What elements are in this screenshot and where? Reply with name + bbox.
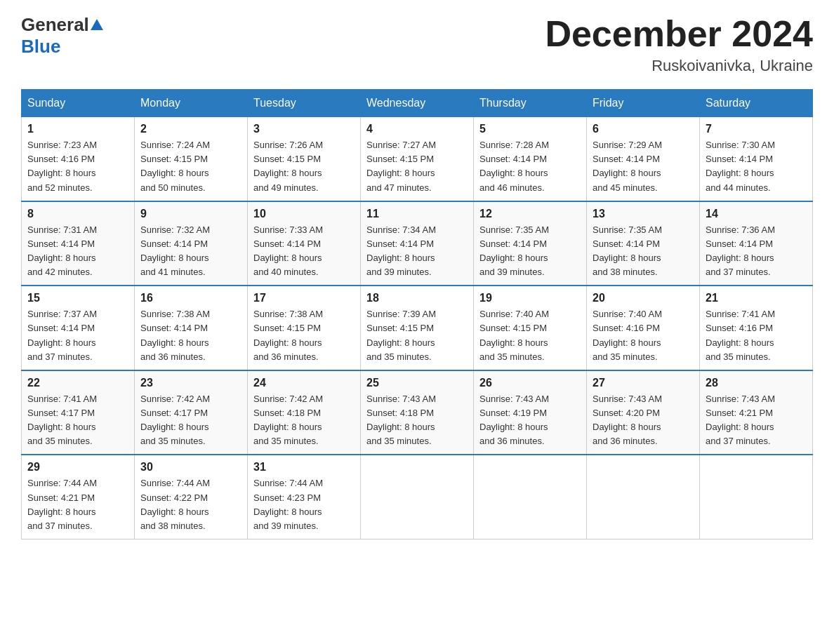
day-number: 8 xyxy=(27,208,128,220)
calendar-cell: 6 Sunrise: 7:29 AM Sunset: 4:14 PM Dayli… xyxy=(587,117,700,201)
calendar-cell: 12 Sunrise: 7:35 AM Sunset: 4:14 PM Dayl… xyxy=(474,201,587,286)
day-number: 18 xyxy=(366,292,468,304)
logo-blue-text: Blue xyxy=(21,36,103,58)
day-info: Sunrise: 7:24 AM Sunset: 4:15 PM Dayligh… xyxy=(140,138,241,195)
day-info: Sunrise: 7:36 AM Sunset: 4:14 PM Dayligh… xyxy=(706,223,807,280)
calendar-cell: 31 Sunrise: 7:44 AM Sunset: 4:23 PM Dayl… xyxy=(248,455,361,539)
day-number: 9 xyxy=(140,208,241,220)
day-info: Sunrise: 7:27 AM Sunset: 4:15 PM Dayligh… xyxy=(366,138,468,195)
day-number: 21 xyxy=(706,292,807,304)
calendar-cell: 7 Sunrise: 7:30 AM Sunset: 4:14 PM Dayli… xyxy=(700,117,813,201)
day-number: 27 xyxy=(593,377,694,389)
day-number: 12 xyxy=(479,208,581,220)
day-info: Sunrise: 7:30 AM Sunset: 4:14 PM Dayligh… xyxy=(706,138,807,195)
week-row-4: 22 Sunrise: 7:41 AM Sunset: 4:17 PM Dayl… xyxy=(22,370,813,455)
day-number: 10 xyxy=(253,208,355,220)
day-number: 6 xyxy=(593,123,694,135)
day-number: 15 xyxy=(27,292,128,304)
day-info: Sunrise: 7:38 AM Sunset: 4:14 PM Dayligh… xyxy=(140,307,241,364)
day-number: 20 xyxy=(593,292,694,304)
calendar-cell: 23 Sunrise: 7:42 AM Sunset: 4:17 PM Dayl… xyxy=(135,370,248,455)
day-number: 16 xyxy=(140,292,241,304)
day-info: Sunrise: 7:41 AM Sunset: 4:17 PM Dayligh… xyxy=(27,392,128,449)
day-info: Sunrise: 7:39 AM Sunset: 4:15 PM Dayligh… xyxy=(366,307,468,364)
calendar-cell xyxy=(700,455,813,539)
day-info: Sunrise: 7:43 AM Sunset: 4:21 PM Dayligh… xyxy=(706,392,807,449)
day-info: Sunrise: 7:35 AM Sunset: 4:14 PM Dayligh… xyxy=(479,223,581,280)
day-info: Sunrise: 7:42 AM Sunset: 4:17 PM Dayligh… xyxy=(140,392,241,449)
calendar-cell: 10 Sunrise: 7:33 AM Sunset: 4:14 PM Dayl… xyxy=(248,201,361,286)
calendar-cell: 27 Sunrise: 7:43 AM Sunset: 4:20 PM Dayl… xyxy=(587,370,700,455)
day-info: Sunrise: 7:31 AM Sunset: 4:14 PM Dayligh… xyxy=(27,223,128,280)
day-number: 2 xyxy=(140,123,241,135)
calendar-table: SundayMondayTuesdayWednesdayThursdayFrid… xyxy=(21,89,813,539)
calendar-cell: 21 Sunrise: 7:41 AM Sunset: 4:16 PM Dayl… xyxy=(700,286,813,370)
day-info: Sunrise: 7:26 AM Sunset: 4:15 PM Dayligh… xyxy=(253,138,355,195)
day-info: Sunrise: 7:43 AM Sunset: 4:20 PM Dayligh… xyxy=(593,392,694,449)
day-info: Sunrise: 7:43 AM Sunset: 4:19 PM Dayligh… xyxy=(479,392,581,449)
day-number: 3 xyxy=(253,123,355,135)
header-thursday: Thursday xyxy=(474,90,587,117)
month-title: December 2024 xyxy=(545,14,813,54)
calendar-cell: 16 Sunrise: 7:38 AM Sunset: 4:14 PM Dayl… xyxy=(135,286,248,370)
day-number: 26 xyxy=(479,377,581,389)
day-info: Sunrise: 7:41 AM Sunset: 4:16 PM Dayligh… xyxy=(706,307,807,364)
calendar-cell: 20 Sunrise: 7:40 AM Sunset: 4:16 PM Dayl… xyxy=(587,286,700,370)
location-title: Ruskoivanivka, Ukraine xyxy=(545,57,813,75)
header-wednesday: Wednesday xyxy=(361,90,474,117)
calendar-cell: 11 Sunrise: 7:34 AM Sunset: 4:14 PM Dayl… xyxy=(361,201,474,286)
calendar-cell: 24 Sunrise: 7:42 AM Sunset: 4:18 PM Dayl… xyxy=(248,370,361,455)
day-number: 5 xyxy=(479,123,581,135)
calendar-cell: 3 Sunrise: 7:26 AM Sunset: 4:15 PM Dayli… xyxy=(248,117,361,201)
calendar-cell xyxy=(587,455,700,539)
day-number: 7 xyxy=(706,123,807,135)
calendar-cell: 30 Sunrise: 7:44 AM Sunset: 4:22 PM Dayl… xyxy=(135,455,248,539)
day-number: 25 xyxy=(366,377,468,389)
day-number: 31 xyxy=(253,461,355,474)
day-number: 30 xyxy=(140,461,241,474)
day-info: Sunrise: 7:43 AM Sunset: 4:18 PM Dayligh… xyxy=(366,392,468,449)
day-info: Sunrise: 7:28 AM Sunset: 4:14 PM Dayligh… xyxy=(479,138,581,195)
day-info: Sunrise: 7:35 AM Sunset: 4:14 PM Dayligh… xyxy=(593,223,694,280)
day-number: 4 xyxy=(366,123,468,135)
calendar-cell: 17 Sunrise: 7:38 AM Sunset: 4:15 PM Dayl… xyxy=(248,286,361,370)
calendar-cell: 5 Sunrise: 7:28 AM Sunset: 4:14 PM Dayli… xyxy=(474,117,587,201)
logo: General Blue xyxy=(21,14,103,58)
logo-arrow-icon xyxy=(91,19,103,30)
calendar-cell: 28 Sunrise: 7:43 AM Sunset: 4:21 PM Dayl… xyxy=(700,370,813,455)
calendar-cell: 1 Sunrise: 7:23 AM Sunset: 4:16 PM Dayli… xyxy=(22,117,135,201)
calendar-cell: 14 Sunrise: 7:36 AM Sunset: 4:14 PM Dayl… xyxy=(700,201,813,286)
day-info: Sunrise: 7:29 AM Sunset: 4:14 PM Dayligh… xyxy=(593,138,694,195)
calendar-cell: 25 Sunrise: 7:43 AM Sunset: 4:18 PM Dayl… xyxy=(361,370,474,455)
calendar-cell: 8 Sunrise: 7:31 AM Sunset: 4:14 PM Dayli… xyxy=(22,201,135,286)
day-info: Sunrise: 7:23 AM Sunset: 4:16 PM Dayligh… xyxy=(27,138,128,195)
day-info: Sunrise: 7:40 AM Sunset: 4:16 PM Dayligh… xyxy=(593,307,694,364)
week-row-1: 1 Sunrise: 7:23 AM Sunset: 4:16 PM Dayli… xyxy=(22,117,813,201)
calendar-cell: 29 Sunrise: 7:44 AM Sunset: 4:21 PM Dayl… xyxy=(22,455,135,539)
title-block: December 2024 Ruskoivanivka, Ukraine xyxy=(545,14,813,75)
header-monday: Monday xyxy=(135,90,248,117)
day-number: 14 xyxy=(706,208,807,220)
day-number: 17 xyxy=(253,292,355,304)
week-row-2: 8 Sunrise: 7:31 AM Sunset: 4:14 PM Dayli… xyxy=(22,201,813,286)
header-tuesday: Tuesday xyxy=(248,90,361,117)
day-number: 29 xyxy=(27,461,128,474)
day-info: Sunrise: 7:40 AM Sunset: 4:15 PM Dayligh… xyxy=(479,307,581,364)
header-saturday: Saturday xyxy=(700,90,813,117)
day-info: Sunrise: 7:44 AM Sunset: 4:22 PM Dayligh… xyxy=(140,476,241,533)
day-number: 22 xyxy=(27,377,128,389)
calendar-cell: 19 Sunrise: 7:40 AM Sunset: 4:15 PM Dayl… xyxy=(474,286,587,370)
day-info: Sunrise: 7:34 AM Sunset: 4:14 PM Dayligh… xyxy=(366,223,468,280)
calendar-cell xyxy=(474,455,587,539)
day-info: Sunrise: 7:42 AM Sunset: 4:18 PM Dayligh… xyxy=(253,392,355,449)
week-row-3: 15 Sunrise: 7:37 AM Sunset: 4:14 PM Dayl… xyxy=(22,286,813,370)
day-number: 1 xyxy=(27,123,128,135)
day-info: Sunrise: 7:44 AM Sunset: 4:23 PM Dayligh… xyxy=(253,476,355,533)
day-info: Sunrise: 7:33 AM Sunset: 4:14 PM Dayligh… xyxy=(253,223,355,280)
day-info: Sunrise: 7:37 AM Sunset: 4:14 PM Dayligh… xyxy=(27,307,128,364)
header-sunday: Sunday xyxy=(22,90,135,117)
week-row-5: 29 Sunrise: 7:44 AM Sunset: 4:21 PM Dayl… xyxy=(22,455,813,539)
calendar-cell: 26 Sunrise: 7:43 AM Sunset: 4:19 PM Dayl… xyxy=(474,370,587,455)
header-friday: Friday xyxy=(587,90,700,117)
page-header: General Blue December 2024 Ruskoivanivka… xyxy=(21,14,813,75)
